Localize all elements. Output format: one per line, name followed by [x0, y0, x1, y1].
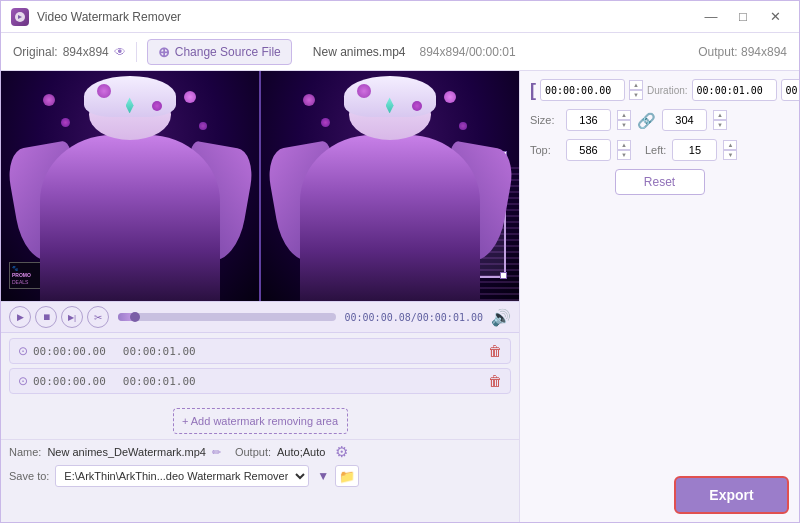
tracks-area: ⊙ 00:00:00.00 00:00:01.00 🗑 ⊙ 00:00:00.0… [1, 333, 519, 403]
left-up[interactable]: ▲ [723, 140, 737, 150]
file-name: New animes.mp4 [313, 45, 406, 59]
spacer [530, 203, 789, 468]
toolbar: Original: 894x894 👁 ⊕ Change Source File… [1, 33, 799, 71]
progress-thumb[interactable] [130, 312, 140, 322]
playback-controls: ▶ ⏹ ▶| ✂ 00:00:00.08/00:00:01.00 🔊 [1, 301, 519, 333]
link-icon[interactable]: 🔗 [637, 113, 656, 128]
height-input[interactable] [662, 109, 707, 131]
save-row: Save to: E:\ArkThin\ArkThin...deo Waterm… [9, 465, 511, 487]
time-range-row: [ ▲ ▼ Duration: ▲ ▼ ] [530, 79, 789, 101]
save-path-select[interactable]: E:\ArkThin\ArkThin...deo Watermark Remov… [55, 465, 309, 487]
top-down[interactable]: ▼ [617, 150, 631, 160]
minimize-button[interactable]: — [697, 6, 725, 28]
volume-icon[interactable]: 🔊 [491, 308, 511, 327]
flowers-left [22, 80, 239, 149]
track-1-start: 00:00:00.00 [33, 345, 106, 358]
size-label: Size: [530, 114, 560, 126]
output-label-bottom: Output: [235, 446, 271, 458]
app-window: Video Watermark Remover — □ ✕ Original: … [0, 0, 800, 523]
clip-button[interactable]: ✂ [87, 306, 109, 328]
name-row: Name: New animes_DeWatermark.mp4 ✏ Outpu… [9, 443, 511, 461]
timeline-track-1: ⊙ 00:00:00.00 00:00:01.00 🗑 [9, 338, 511, 364]
top-spinner: ▲ ▼ [617, 140, 631, 160]
character-left [1, 71, 259, 301]
folder-button[interactable]: 📁 [335, 465, 359, 487]
start-time-down[interactable]: ▼ [629, 90, 643, 100]
left-spinner: ▲ ▼ [723, 140, 737, 160]
edit-icon[interactable]: ✏ [212, 446, 221, 459]
original-label: Original: 894x894 👁 [13, 45, 126, 59]
left-label: Left: [645, 144, 666, 156]
track-2-delete[interactable]: 🗑 [488, 373, 502, 389]
content-area: 🐾 PROMO DEALS Do notsteal [1, 71, 799, 522]
app-title: Video Watermark Remover [37, 10, 181, 24]
name-value: New animes_DeWatermark.mp4 [47, 446, 206, 458]
top-left-row: Top: ▲ ▼ Left: ▲ ▼ [530, 139, 789, 161]
duration-input[interactable] [692, 79, 777, 101]
track-2-start: 00:00:00.00 [33, 375, 106, 388]
left-panel: 🐾 PROMO DEALS Do notsteal [1, 71, 519, 522]
width-spinner: ▲ ▼ [617, 110, 631, 130]
height-up[interactable]: ▲ [713, 110, 727, 120]
track-icon-1: ⊙ [18, 344, 28, 358]
right-side-panel: [ ▲ ▼ Duration: ▲ ▼ ] Size: [519, 71, 799, 522]
app-icon [11, 8, 29, 26]
track-2-end: 00:00:01.00 [123, 375, 196, 388]
reset-button[interactable]: Reset [615, 169, 705, 195]
track-1-delete[interactable]: 🗑 [488, 343, 502, 359]
plus-icon: ⊕ [158, 44, 170, 60]
height-down[interactable]: ▼ [713, 120, 727, 130]
output-label-toolbar: Output: 894x894 [698, 45, 787, 59]
start-time-spinner: ▲ ▼ [629, 80, 643, 100]
title-bar-controls: — □ ✕ [697, 6, 789, 28]
end-time-input[interactable] [781, 79, 799, 101]
output-value: Auto;Auto [277, 446, 325, 458]
title-bar-left: Video Watermark Remover [11, 8, 181, 26]
timeline-track-2: ⊙ 00:00:00.00 00:00:01.00 🗑 [9, 368, 511, 394]
export-button[interactable]: Export [674, 476, 789, 514]
track-1-end: 00:00:01.00 [123, 345, 196, 358]
change-source-button[interactable]: ⊕ Change Source File [147, 39, 292, 65]
toolbar-divider [136, 42, 137, 62]
top-label: Top: [530, 144, 560, 156]
save-label: Save to: [9, 470, 49, 482]
height-spinner: ▲ ▼ [713, 110, 727, 130]
original-label-text: Original: [13, 45, 58, 59]
robe-left [40, 135, 221, 301]
change-source-label: Change Source File [175, 45, 281, 59]
progress-bar[interactable] [118, 313, 336, 321]
preview-right: Do notsteal [259, 71, 519, 301]
stop-button[interactable]: ⏹ [35, 306, 57, 328]
add-watermark-area-button[interactable]: + Add watermark removing area [173, 408, 348, 434]
artwork-right: Do notsteal [261, 71, 519, 301]
open-bracket: [ [530, 81, 536, 99]
visibility-icon[interactable]: 👁 [114, 45, 126, 59]
width-up[interactable]: ▲ [617, 110, 631, 120]
left-input[interactable] [672, 139, 717, 161]
artwork-left: 🐾 PROMO DEALS Do notsteal [1, 71, 259, 301]
play-button[interactable]: ▶ [9, 306, 31, 328]
bottom-info: Name: New animes_DeWatermark.mp4 ✏ Outpu… [1, 439, 519, 490]
start-time-input[interactable] [540, 79, 625, 101]
top-input[interactable] [566, 139, 611, 161]
top-up[interactable]: ▲ [617, 140, 631, 150]
settings-icon[interactable]: ⚙ [335, 443, 348, 461]
maximize-button[interactable]: □ [729, 6, 757, 28]
track-icon-2: ⊙ [18, 374, 28, 388]
size-row: Size: ▲ ▼ 🔗 ▲ ▼ [530, 109, 789, 131]
width-input[interactable] [566, 109, 611, 131]
file-info: 894x894/00:00:01 [420, 45, 516, 59]
video-previews: 🐾 PROMO DEALS Do notsteal [1, 71, 519, 301]
time-display: 00:00:00.08/00:00:01.00 [345, 312, 483, 323]
close-button[interactable]: ✕ [761, 6, 789, 28]
dropdown-arrow-icon[interactable]: ▼ [317, 469, 329, 483]
sel-handle-br[interactable] [500, 272, 507, 279]
start-time-up[interactable]: ▲ [629, 80, 643, 90]
left-down[interactable]: ▼ [723, 150, 737, 160]
frame-forward-button[interactable]: ▶| [61, 306, 83, 328]
width-down[interactable]: ▼ [617, 120, 631, 130]
duration-label: Duration: [647, 85, 688, 96]
original-size: 894x894 [63, 45, 109, 59]
preview-left: 🐾 PROMO DEALS Do notsteal [1, 71, 259, 301]
title-bar: Video Watermark Remover — □ ✕ [1, 1, 799, 33]
